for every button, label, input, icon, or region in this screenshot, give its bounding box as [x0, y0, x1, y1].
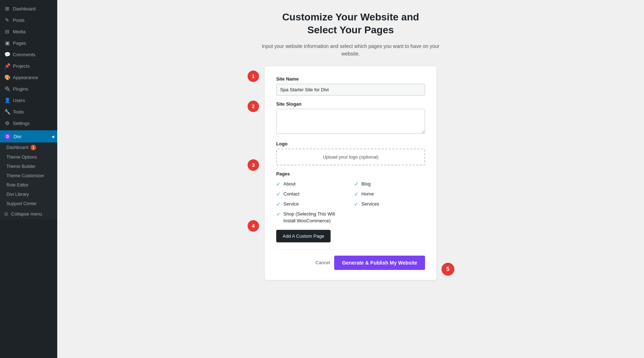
divi-submenu: Dashboard 1 Theme Options Theme Builder …: [0, 142, 57, 208]
projects-icon: 📌: [4, 63, 10, 69]
divi-sub-item-theme-builder[interactable]: Theme Builder: [0, 162, 57, 171]
page-item-contact[interactable]: ✓ Contact: [276, 191, 347, 197]
main-content: Customize Your Website and Select Your P…: [57, 0, 644, 358]
collapse-icon: ⊙: [4, 211, 8, 217]
sidebar-item-appearance[interactable]: 🎨 Appearance: [0, 72, 57, 83]
add-custom-page-button[interactable]: Add A Custom Page: [276, 230, 331, 242]
publish-button[interactable]: Generate & Publish My Website: [334, 256, 425, 270]
comments-icon: 💬: [4, 52, 10, 57]
appearance-icon: 🎨: [4, 74, 10, 80]
card-wrapper: 1 2 3 4 5 Site Name Site Slogan Logo Upl…: [265, 66, 436, 280]
page-item-shop[interactable]: ✓ Shop (Selecting This Will Install WooC…: [276, 211, 347, 224]
check-icon-about: ✓: [276, 181, 280, 187]
pages-label: Pages: [276, 171, 425, 176]
sidebar-item-media[interactable]: ⊟ Media: [0, 26, 57, 37]
page-item-blog[interactable]: ✓ Blog: [354, 181, 425, 187]
settings-icon: ⚙: [4, 120, 10, 126]
logo-upload-area[interactable]: Upload your logo (optional): [276, 149, 425, 165]
card-footer: Cancel Generate & Publish My Website: [276, 250, 425, 270]
site-slogan-input[interactable]: [276, 109, 425, 134]
dashboard-icon: ⊞: [4, 6, 10, 11]
page-item-about[interactable]: ✓ About: [276, 181, 347, 187]
page-subtitle: Input your website information and selec…: [261, 43, 440, 58]
step-1-badge: 1: [248, 71, 259, 82]
divi-header[interactable]: D Divi ◀: [0, 130, 57, 142]
check-icon-shop: ✓: [276, 211, 280, 217]
divi-sub-item-divi-library[interactable]: Divi Library: [0, 190, 57, 199]
plugins-icon: 🔌: [4, 86, 10, 92]
pages-grid: ✓ About ✓ Blog ✓ Contact ✓ Home: [276, 181, 425, 224]
divi-logo: D: [4, 133, 11, 140]
logo-label: Logo: [276, 141, 425, 146]
divi-sub-item-dashboard[interactable]: Dashboard 1: [0, 142, 57, 153]
pages-icon: ▣: [4, 40, 10, 46]
check-icon-services: ✓: [354, 201, 358, 207]
divi-section: D Divi ◀ Dashboard 1 Theme Options Theme…: [0, 130, 57, 219]
check-icon-contact: ✓: [276, 191, 280, 197]
step-4-badge: 4: [248, 220, 259, 232]
sidebar-item-posts[interactable]: ✎ Posts: [0, 14, 57, 26]
tools-icon: 🔧: [4, 109, 10, 115]
step-5-badge: 5: [441, 263, 454, 276]
posts-icon: ✎: [4, 17, 10, 23]
site-name-input[interactable]: [276, 84, 425, 96]
page-item-home[interactable]: ✓ Home: [354, 191, 425, 197]
divi-sub-item-support-center[interactable]: Support Center: [0, 199, 57, 208]
page-item-service[interactable]: ✓ Service: [276, 201, 347, 207]
divi-sub-item-role-editor[interactable]: Role Editor: [0, 180, 57, 190]
page-item-services[interactable]: ✓ Services: [354, 201, 425, 207]
sidebar-item-plugins[interactable]: 🔌 Plugins: [0, 83, 57, 95]
divi-sub-item-theme-options[interactable]: Theme Options: [0, 153, 57, 162]
customize-form-card: Site Name Site Slogan Logo Upload your l…: [265, 66, 436, 280]
sidebar-item-pages[interactable]: ▣ Pages: [0, 37, 57, 49]
sidebar-item-dashboard[interactable]: ⊞ Dashboard: [0, 3, 57, 14]
step-2-badge: 2: [248, 101, 259, 112]
dashboard-badge: 1: [30, 145, 36, 150]
step-3-badge: 3: [248, 159, 259, 171]
check-icon-service: ✓: [276, 201, 280, 207]
users-icon: 👤: [4, 97, 10, 103]
sidebar-item-users[interactable]: 👤 Users: [0, 95, 57, 106]
divi-sub-item-theme-customizer[interactable]: Theme Customizer: [0, 171, 57, 180]
divi-arrow-icon: ◀: [52, 135, 54, 139]
collapse-menu[interactable]: ⊙ Collapse menu: [0, 208, 57, 219]
sidebar: ⊞ Dashboard ✎ Posts ⊟ Media ▣ Pages 💬 Co…: [0, 0, 57, 358]
sidebar-item-settings[interactable]: ⚙ Settings: [0, 117, 57, 129]
site-slogan-label: Site Slogan: [276, 101, 425, 107]
media-icon: ⊟: [4, 29, 10, 34]
cancel-button[interactable]: Cancel: [316, 260, 330, 265]
page-title: Customize Your Website and Select Your P…: [282, 11, 419, 37]
check-icon-blog: ✓: [354, 181, 358, 187]
site-name-label: Site Name: [276, 76, 425, 82]
sidebar-item-tools[interactable]: 🔧 Tools: [0, 106, 57, 117]
sidebar-item-projects[interactable]: 📌 Projects: [0, 60, 57, 72]
check-icon-home: ✓: [354, 191, 358, 197]
sidebar-item-comments[interactable]: 💬 Comments: [0, 49, 57, 60]
